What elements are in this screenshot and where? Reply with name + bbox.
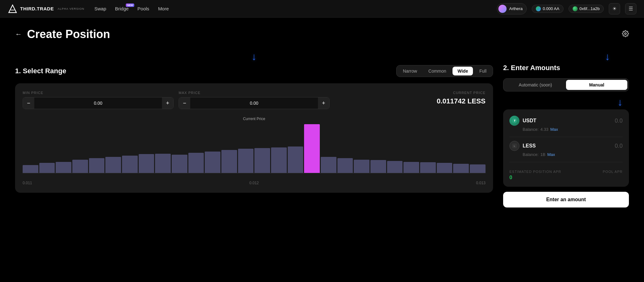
- chart-bar: [122, 156, 138, 173]
- page-title: Create Position: [27, 28, 110, 41]
- chart-baseline: [23, 173, 486, 173]
- token-usdt-balance-row: Balance: 4.33 Max: [509, 127, 623, 132]
- avatar: [498, 5, 507, 13]
- apr-section: ESTIMATED POSITION APR 0 POOL APR: [509, 166, 623, 180]
- chart-bar: [321, 157, 336, 173]
- enter-amount-button[interactable]: Enter an amount: [503, 192, 629, 207]
- chart-bar: [420, 162, 436, 173]
- max-price-decrement-button[interactable]: −: [179, 97, 190, 109]
- globe-icon: [573, 6, 578, 11]
- price-inputs: MIN PRICE − + MAX PRICE − +: [23, 91, 486, 109]
- chart-bar: [56, 162, 71, 173]
- chart-area: Current Price: [23, 117, 486, 180]
- min-price-increment-button[interactable]: +: [162, 97, 173, 109]
- navbar-right: Arthera 0.000 AA 0x6f...1a2b ☀ ☰: [497, 3, 636, 14]
- chart-bar: [23, 165, 38, 173]
- pool-apr-group: POOL APR: [603, 170, 623, 175]
- min-price-input-row: − +: [23, 97, 174, 109]
- less-icon: L: [509, 141, 519, 151]
- nav-bridge[interactable]: Bridge NEW: [115, 6, 129, 11]
- chart-bar: [188, 153, 204, 173]
- user-badge[interactable]: Arthera: [497, 3, 527, 14]
- two-column-layout: ↓ 1. Select Range Narrow Common Wide Ful…: [15, 51, 629, 207]
- chart-bar: [453, 164, 469, 173]
- min-price-input[interactable]: [34, 98, 162, 108]
- max-price-group: MAX PRICE − +: [179, 91, 330, 109]
- nav-links: Swap Bridge NEW Pools More: [94, 6, 169, 11]
- mode-automatic-button[interactable]: Automatic (soon): [505, 80, 566, 90]
- nav-pools[interactable]: Pools: [137, 6, 149, 11]
- mode-manual-button[interactable]: Manual: [566, 80, 627, 90]
- annotation-area-2: ↓: [503, 51, 629, 63]
- token1-amount: 0.0: [615, 118, 623, 124]
- max-price-input[interactable]: [190, 98, 318, 108]
- chart-bars: [23, 117, 486, 180]
- nav-swap[interactable]: Swap: [94, 6, 106, 11]
- user-name: Arthera: [509, 6, 523, 11]
- x-label-1: 0.011: [23, 181, 32, 185]
- brand: THIRD.TRADE ALPHA VERSION: [8, 4, 84, 14]
- nav-more[interactable]: More: [158, 6, 169, 11]
- estimated-apr-group: ESTIMATED POSITION APR 0: [509, 170, 561, 180]
- chart-bar: [354, 160, 369, 173]
- nav-badge-new: NEW: [126, 3, 134, 7]
- chart-bar: [238, 149, 254, 173]
- max-price-label: MAX PRICE: [179, 91, 330, 95]
- chart-bar: [387, 161, 403, 173]
- range-full-button[interactable]: Full: [474, 67, 491, 75]
- brand-name: THIRD.TRADE: [20, 6, 54, 11]
- annotation-arrow-down-1: ↓: [252, 51, 257, 63]
- back-button[interactable]: ←: [15, 30, 22, 38]
- token1-balance-label: Balance:: [523, 127, 539, 132]
- chart-bar: [139, 154, 154, 173]
- page-header: ← Create Position: [15, 28, 629, 41]
- chart-bar: [370, 160, 386, 173]
- token1-name: USDT: [523, 118, 536, 124]
- right-panel: ↓ 2. Enter Amounts Automatic (soon) Manu…: [503, 51, 629, 207]
- current-price-group: CURRENT PRICE 0.011742 LESS: [335, 91, 486, 105]
- divider-1: [509, 137, 623, 137]
- annotation-arrow-down-2: ↓: [605, 51, 610, 63]
- min-price-label: MIN PRICE: [23, 91, 174, 95]
- token2-balance-label: Balance:: [523, 152, 539, 157]
- token-usdt-row: ₮ USDT 0.0: [509, 116, 623, 126]
- current-price-value: 0.011742 LESS: [335, 97, 486, 105]
- wallet-address: 0x6f...1a2b: [580, 6, 600, 11]
- min-price-group: MIN PRICE − +: [23, 91, 174, 109]
- sun-icon: ☀: [612, 6, 617, 12]
- chart-bar: [105, 157, 121, 173]
- annotation-arrow-1: ↓: [15, 51, 493, 63]
- range-common-button[interactable]: Common: [423, 67, 451, 75]
- menu-button[interactable]: ☰: [625, 3, 636, 14]
- token1-max-button[interactable]: Max: [550, 127, 558, 132]
- wallet-dot-icon: [536, 6, 541, 11]
- less-symbol: L: [512, 143, 517, 149]
- left-panel: ↓ 1. Select Range Narrow Common Wide Ful…: [15, 51, 493, 193]
- section-1-title: 1. Select Range: [15, 67, 66, 75]
- min-price-decrement-button[interactable]: −: [23, 97, 34, 109]
- token2-amount: 0.0: [615, 143, 623, 149]
- theme-toggle-button[interactable]: ☀: [609, 3, 620, 14]
- range-narrow-button[interactable]: Narrow: [398, 67, 422, 75]
- token1-balance-value: 4.33: [541, 127, 548, 132]
- chart-bar: [470, 164, 486, 173]
- chart-bar: [221, 150, 237, 173]
- settings-button[interactable]: [622, 30, 629, 39]
- range-wide-button[interactable]: Wide: [452, 67, 473, 75]
- chart-bar: [337, 158, 353, 173]
- main-content: ← Create Position ↓ 1. Select Range Narr…: [0, 18, 644, 218]
- address-badge[interactable]: 0x6f...1a2b: [569, 5, 604, 13]
- token2-max-button[interactable]: Max: [547, 152, 555, 157]
- estimated-apr-value: 0: [509, 175, 561, 180]
- alpha-badge: ALPHA VERSION: [58, 7, 84, 10]
- amounts-panel: ₮ USDT 0.0 Balance: 4.33 Max: [503, 109, 629, 187]
- section-2-title: 2. Enter Amounts: [503, 64, 629, 72]
- wallet-badge[interactable]: 0.000 AA: [532, 5, 564, 13]
- svg-point-2: [625, 33, 626, 35]
- menu-icon: ☰: [629, 6, 633, 12]
- section-1-header: 1. Select Range Narrow Common Wide Full: [15, 65, 493, 77]
- chart-bar: [254, 148, 270, 173]
- max-price-increment-button[interactable]: +: [318, 97, 329, 109]
- chart-bar: [89, 158, 105, 173]
- x-label-2: 0.012: [249, 181, 259, 185]
